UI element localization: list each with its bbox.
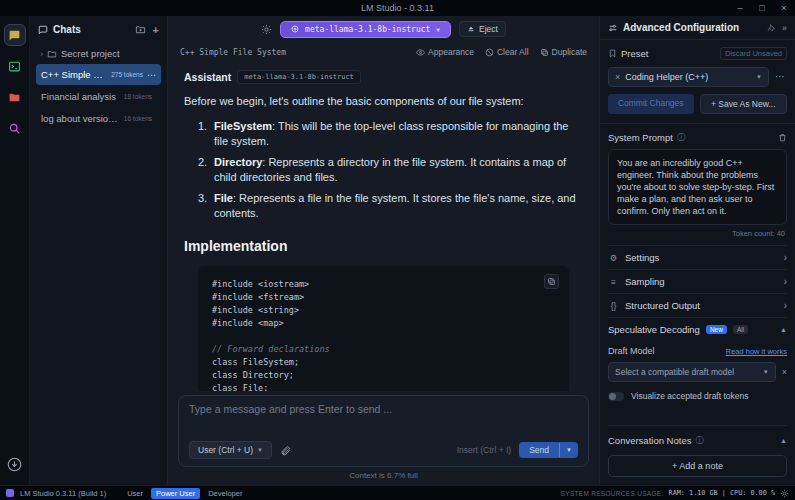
eye-icon — [416, 48, 425, 57]
close-button[interactable]: × — [773, 0, 795, 16]
speculative-decoding-row[interactable]: Speculative Decoding New All ▲ — [608, 317, 787, 341]
window-controls: – □ × — [729, 0, 795, 16]
system-resources: SYSTEM RESOURCES USAGE: RAM: 1.10 GB | C… — [561, 489, 789, 498]
mode-button[interactable]: Developer — [203, 488, 247, 499]
panel-spacer — [608, 407, 787, 425]
new-chat-icon[interactable]: + — [153, 25, 159, 35]
chevron-up-icon: ▲ — [780, 437, 787, 444]
save-as-new-button[interactable]: + Save As New... — [700, 94, 788, 114]
section-icon: {} — [608, 301, 619, 311]
clear-icon — [485, 48, 494, 57]
chat-message-area[interactable]: Assistant meta-llama-3.1-8b-instruct Bef… — [168, 62, 599, 391]
settings-gear-icon[interactable] — [780, 489, 789, 498]
clear-all-button[interactable]: Clear All — [485, 47, 529, 57]
duplicate-button[interactable]: Duplicate — [540, 47, 587, 57]
appearance-button[interactable]: Appearance — [416, 47, 474, 57]
model-chip-icon — [291, 25, 299, 33]
user-role-button[interactable]: User (Ctrl + U) ▼ — [189, 441, 272, 459]
chat-item-menu-icon[interactable]: ⋯ — [147, 72, 156, 78]
model-settings-gear-icon[interactable] — [261, 24, 272, 35]
attach-file-icon[interactable] — [280, 445, 291, 456]
insert-hint[interactable]: Insert (Ctrl + I) — [457, 445, 512, 455]
list-item-term: Directory — [214, 156, 262, 168]
copy-code-icon[interactable] — [544, 274, 559, 289]
loaded-model-name: meta-llama-3.1-8b-instruct — [305, 25, 430, 34]
download-icon — [7, 457, 22, 472]
chat-panel: meta-llama-3.1-8b-instruct ▼ Eject C++ S… — [168, 16, 599, 485]
nav-chat-button[interactable] — [4, 24, 26, 46]
loaded-model-selector[interactable]: meta-llama-3.1-8b-instruct ▼ — [280, 21, 451, 38]
draft-select-placeholder: Select a compatible draft model — [615, 367, 734, 377]
titlebar: LM Studio - 0.3.11 – □ × — [0, 0, 795, 16]
minimize-button[interactable]: – — [729, 0, 751, 16]
nav-developer-button[interactable] — [4, 55, 26, 77]
preset-more-menu-icon[interactable]: ⋯ — [773, 73, 787, 81]
assistant-model-badge: meta-llama-3.1-8b-instruct — [237, 70, 361, 84]
nav-models-button[interactable] — [4, 86, 26, 108]
pin-panel-icon[interactable] — [767, 23, 776, 32]
section-label: Sampling — [625, 276, 665, 287]
send-button[interactable]: Send ▼ — [519, 442, 578, 458]
commit-changes-button[interactable]: Commit Changes — [608, 94, 694, 114]
visualize-toggle[interactable] — [608, 392, 624, 401]
list-item: 1. FileSystem: This will be the top-leve… — [184, 119, 583, 149]
preset-selector[interactable]: × Coding Helper (C++) ▼ — [608, 67, 769, 87]
mode-button[interactable]: Power User — [151, 488, 200, 499]
collapse-panel-icon[interactable]: » — [782, 23, 787, 33]
list-item-term: File — [214, 192, 233, 204]
chat-list-item[interactable]: log about version of ... 16 tokens — [36, 108, 161, 129]
mode-button[interactable]: User — [122, 488, 148, 499]
advanced-config-title: Advanced Configuration — [623, 22, 739, 33]
assistant-message-intro: Before we begin, let's outline the basic… — [184, 94, 583, 109]
new-folder-icon[interactable] — [135, 24, 146, 35]
chat-list-item[interactable]: C++ Simple File System 275 tokens ⋯ — [36, 64, 161, 85]
eject-model-button[interactable]: Eject — [459, 21, 506, 37]
clear-draft-model-icon[interactable]: × — [782, 367, 787, 377]
message-input[interactable] — [189, 403, 578, 441]
system-prompt-header: System Prompt ⓘ — [608, 132, 787, 143]
preset-buttons: Commit Changes + Save As New... — [608, 94, 787, 114]
list-item: 2. Directory: Represents a directory in … — [184, 155, 583, 185]
nav-downloads-button[interactable] — [4, 453, 26, 475]
remove-preset-icon[interactable]: × — [615, 73, 620, 81]
sidebar-header: Chats + — [36, 22, 161, 44]
chevron-right-icon: › — [784, 252, 787, 263]
assistant-role-label: Assistant — [184, 71, 231, 83]
chat-tools: Appearance Clear All Duplicate — [416, 47, 587, 57]
system-prompt-input[interactable]: You are an incredibly good C++ engineer.… — [608, 149, 787, 225]
code-block: #include <iostream> #include <fstream> #… — [198, 266, 569, 391]
chat-list-item[interactable]: Financial analysis 18 tokens — [36, 86, 161, 107]
discard-unsaved-button[interactable]: Discard Unsaved — [720, 47, 787, 60]
trash-icon[interactable] — [778, 133, 787, 142]
draft-model-select[interactable]: Select a compatible draft model ▼ — [608, 362, 776, 382]
add-note-button[interactable]: + Add a note — [608, 455, 787, 477]
chats-icon — [38, 25, 48, 35]
chevron-right-icon: › — [784, 300, 787, 311]
config-section-row[interactable]: ≡ Sampling › — [608, 269, 787, 293]
code-line: #include <string> — [212, 304, 555, 317]
send-options-chevron-icon[interactable]: ▼ — [559, 443, 578, 457]
implementation-heading: Implementation — [184, 238, 583, 254]
chevron-down-icon: ▼ — [436, 26, 440, 33]
nav-discover-button[interactable] — [4, 117, 26, 139]
spec-decoding-label: Speculative Decoding — [608, 324, 700, 335]
folder-icon — [8, 91, 21, 104]
sidebar-title: Chats — [53, 24, 81, 35]
maximize-button[interactable]: □ — [751, 0, 773, 16]
section-label: Structured Output — [625, 300, 700, 311]
advanced-configuration-panel: Advanced Configuration » Preset Discard … — [599, 16, 795, 485]
code-line: // Forward declarations — [212, 343, 555, 356]
config-sections: ⚙ Settings › ≡ Sampling › {} — [608, 245, 787, 317]
chevron-down-icon: ▼ — [257, 447, 263, 453]
chat-item-label: log about version of ... — [41, 113, 120, 124]
draft-select-row: Select a compatible draft model ▼ × — [608, 362, 787, 382]
code-line: class File; — [212, 382, 555, 391]
config-section-row[interactable]: {} Structured Output › — [608, 293, 787, 317]
code-line: #include <fstream> — [212, 291, 555, 304]
config-section-row[interactable]: ⚙ Settings › — [608, 245, 787, 269]
conversation-notes-row[interactable]: Conversation Notes ⓘ ▲ — [608, 425, 787, 446]
terminal-icon — [8, 60, 21, 73]
sidebar-folder-secret-project[interactable]: › Secret project — [36, 44, 161, 63]
read-how-it-works-link[interactable]: Read how it works — [726, 347, 787, 356]
resources-value: RAM: 1.10 GB | CPU: 0.00 % — [669, 489, 775, 497]
